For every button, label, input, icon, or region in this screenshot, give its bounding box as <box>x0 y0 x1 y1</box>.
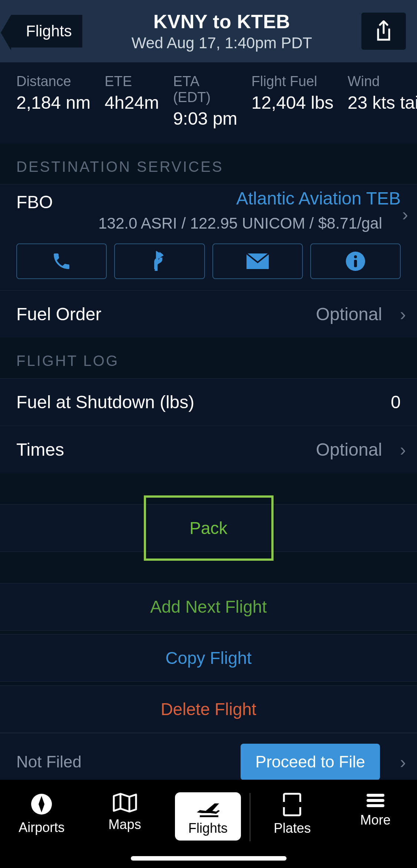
chevron-right-icon: › <box>400 752 406 772</box>
route-subtitle: Wed Aug 17, 1:40pm PDT <box>82 34 361 52</box>
pack-button[interactable]: Pack <box>0 504 417 552</box>
plates-icon <box>282 792 302 817</box>
action-label: Add Next Flight <box>150 597 267 617</box>
email-button[interactable] <box>212 243 303 279</box>
tab-plates[interactable]: Plates <box>251 786 334 868</box>
svg-rect-9 <box>282 802 287 807</box>
delete-flight-button[interactable]: Delete Flight <box>0 685 417 733</box>
header-bar: Flights KVNY to KTEB Wed Aug 17, 1:40pm … <box>0 0 417 62</box>
directions-icon <box>149 251 170 272</box>
route-title: KVNY to KTEB <box>82 10 361 33</box>
tab-label: More <box>360 812 391 828</box>
back-button[interactable]: Flights <box>11 15 82 48</box>
tab-bar: Airports Maps Flights Plates More <box>0 780 417 868</box>
stat-label: Wind <box>348 73 417 89</box>
stat-value: 12,404 lbs <box>251 92 334 113</box>
copy-flight-button[interactable]: Copy Flight <box>0 634 417 682</box>
spacer <box>0 630 417 634</box>
svg-rect-3 <box>354 260 357 267</box>
stat-distance: Distance 2,184 nm <box>16 73 90 129</box>
section-flight-log: FLIGHT LOG <box>0 338 417 378</box>
stat-label: ETE <box>105 73 159 89</box>
stat-fuel: Flight Fuel 12,404 lbs <box>251 73 334 129</box>
row-label: Fuel Order <box>16 304 101 324</box>
stat-wind: Wind 23 kts tail <box>348 73 417 129</box>
times-row[interactable]: Times Optional › <box>0 426 417 473</box>
info-button[interactable] <box>310 243 401 279</box>
mail-icon <box>246 253 269 270</box>
svg-rect-11 <box>367 794 384 797</box>
tab-flights[interactable]: Flights <box>166 786 249 868</box>
spacer <box>0 473 417 504</box>
svg-rect-7 <box>200 815 218 817</box>
plane-icon <box>195 799 221 818</box>
section-destination-services: DESTINATION SERVICES <box>0 144 417 184</box>
tab-label: Plates <box>274 820 311 836</box>
tab-maps[interactable]: Maps <box>83 786 166 868</box>
chevron-right-icon: › <box>402 204 408 224</box>
header-title-block: KVNY to KTEB Wed Aug 17, 1:40pm PDT <box>82 10 361 52</box>
pack-label: Pack <box>189 518 227 538</box>
directions-button[interactable] <box>114 243 205 279</box>
tab-airports[interactable]: Airports <box>0 786 83 868</box>
tab-label: Maps <box>109 817 141 832</box>
action-label: Copy Flight <box>165 648 252 668</box>
home-indicator[interactable] <box>131 856 287 861</box>
stat-eta: ETA (EDT) 9:03 pm <box>173 73 237 129</box>
fbo-label: FBO <box>16 192 53 212</box>
fuel-order-row[interactable]: Fuel Order Optional › <box>0 290 417 338</box>
svg-rect-10 <box>297 802 302 807</box>
stat-label: ETA (EDT) <box>173 73 237 105</box>
svg-point-2 <box>354 255 357 258</box>
stat-value: 23 kts tail <box>348 92 417 113</box>
spacer <box>0 682 417 685</box>
share-icon <box>374 20 393 42</box>
fbo-name: Atlantic Aviation TEB <box>236 188 401 205</box>
phone-icon <box>51 251 72 272</box>
info-icon <box>346 252 365 271</box>
share-button[interactable] <box>361 13 406 50</box>
fbo-row[interactable]: FBO Atlantic Aviation TEB 132.0 ASRI / 1… <box>0 184 417 243</box>
compass-icon <box>30 792 53 816</box>
tab-label: Airports <box>19 820 64 835</box>
row-value: Optional <box>316 304 382 324</box>
stat-value: 4h24m <box>105 92 159 113</box>
row-label: Times <box>16 439 64 460</box>
stat-value: 9:03 pm <box>173 108 237 129</box>
chevron-right-icon: › <box>400 304 406 324</box>
file-status: Not Filed <box>16 753 82 771</box>
flight-stats: Distance 2,184 nm ETE 4h24m ETA (EDT) 9:… <box>0 62 417 144</box>
add-next-flight-button[interactable]: Add Next Flight <box>0 583 417 630</box>
fbo-details: 132.0 ASRI / 122.95 UNICOM / $8.71/gal <box>16 214 382 232</box>
svg-rect-12 <box>367 799 384 802</box>
row-value: Optional <box>316 439 382 460</box>
fbo-action-buttons <box>0 243 417 290</box>
stat-label: Flight Fuel <box>251 73 334 89</box>
stat-ete: ETE 4h24m <box>105 73 159 129</box>
map-icon <box>112 792 138 813</box>
menu-icon <box>365 792 386 809</box>
tab-label: Flights <box>188 820 228 836</box>
svg-rect-13 <box>367 804 384 807</box>
fuel-shutdown-row[interactable]: Fuel at Shutdown (lbs) 0 <box>0 378 417 426</box>
proceed-to-file-button[interactable]: Proceed to File <box>241 744 380 780</box>
spacer <box>0 552 417 583</box>
action-label: Delete Flight <box>160 699 256 719</box>
tab-more[interactable]: More <box>334 786 417 868</box>
row-value: 0 <box>391 392 401 412</box>
call-button[interactable] <box>16 243 107 279</box>
chevron-right-icon: › <box>400 439 406 460</box>
stat-label: Distance <box>16 73 90 89</box>
stat-value: 2,184 nm <box>16 92 90 113</box>
row-label: Fuel at Shutdown (lbs) <box>16 392 194 412</box>
